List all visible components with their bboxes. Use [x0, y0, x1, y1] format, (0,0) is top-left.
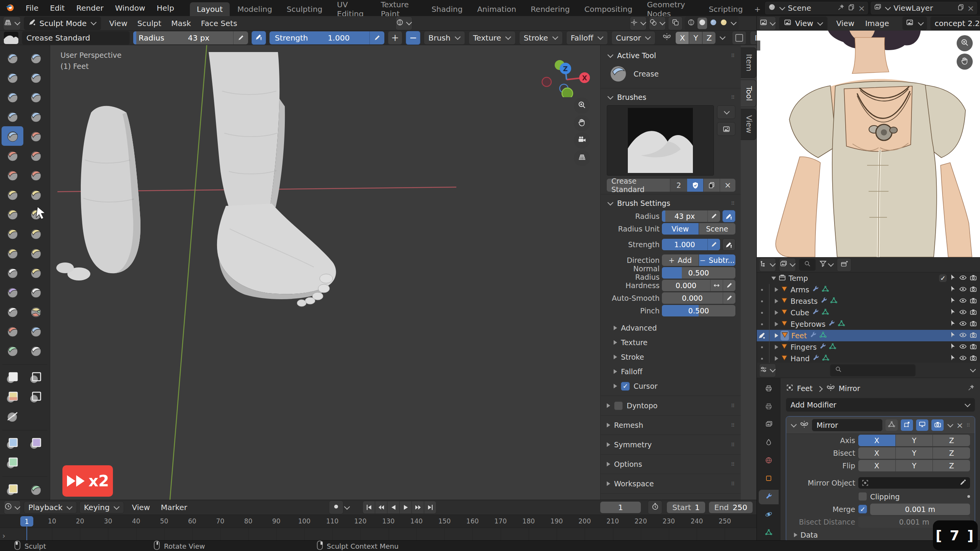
- radius-slider[interactable]: Radius 43 px: [133, 31, 248, 44]
- brush-nudge[interactable]: [2, 243, 23, 263]
- timeline-menu-view[interactable]: View: [126, 500, 155, 515]
- auto-smooth-slider[interactable]: 0.000: [662, 292, 735, 304]
- image-pan-button[interactable]: [957, 54, 973, 70]
- active-tool-section[interactable]: Active Tool⠿: [607, 49, 735, 62]
- merge-checkbox[interactable]: ✓: [858, 505, 867, 514]
- dyntopo-checkbox[interactable]: [614, 401, 623, 410]
- brush-settings-section[interactable]: Brush Settings⠿: [607, 197, 735, 210]
- brush-paint[interactable]: [2, 341, 23, 360]
- prev-keyframe-button[interactable]: [375, 501, 387, 514]
- properties-render-tab[interactable]: [759, 382, 779, 396]
- selectable-icon[interactable]: [949, 342, 957, 352]
- subpanel-texture[interactable]: Texture: [607, 335, 735, 350]
- subpanel-advanced[interactable]: Advanced: [607, 321, 735, 335]
- axis-z-toggle[interactable]: Z: [933, 435, 970, 446]
- camera-icon[interactable]: [969, 285, 977, 295]
- brush-draw-sharp[interactable]: [25, 48, 47, 68]
- pin-icon[interactable]: [837, 3, 845, 13]
- brush-users-count[interactable]: 2: [670, 179, 687, 192]
- topbar-menu-edit[interactable]: Edit: [44, 0, 70, 16]
- normal-radius-slider[interactable]: 0.500: [662, 267, 735, 279]
- sidebar-tab-tool[interactable]: Tool: [741, 80, 756, 108]
- panel-grip[interactable]: ⠿: [966, 424, 971, 427]
- eye-icon[interactable]: [959, 320, 967, 329]
- active-tool-row[interactable]: Crease: [607, 62, 735, 86]
- texture-popover[interactable]: Texture: [469, 31, 516, 45]
- bisect-y-toggle[interactable]: Y: [896, 447, 933, 459]
- workspace-tab-geometry-nodes[interactable]: Geometry Nodes: [640, 2, 701, 16]
- axis-y-toggle[interactable]: Y: [896, 435, 933, 446]
- jump-to-end-button[interactable]: [424, 501, 436, 514]
- viewport-menu-view[interactable]: View: [104, 15, 132, 31]
- brush-name-field[interactable]: Crease Standard: [22, 31, 130, 45]
- cage-toggle[interactable]: [901, 419, 913, 431]
- brush-datablock-name[interactable]: Crease Standard: [607, 179, 670, 192]
- bisect-x-toggle[interactable]: X: [858, 447, 895, 459]
- falloff-popover[interactable]: Falloff: [566, 31, 608, 45]
- bisect-z-toggle[interactable]: Z: [933, 447, 970, 459]
- properties-output-tab[interactable]: [759, 400, 779, 414]
- mirror-object-field[interactable]: [858, 477, 970, 489]
- workspace-tab-layout[interactable]: Layout: [190, 2, 230, 16]
- selectable-icon[interactable]: [949, 308, 957, 317]
- copy-icon[interactable]: [848, 3, 855, 13]
- radius-pressure-toggle[interactable]: [252, 31, 266, 45]
- pen-icon[interactable]: [723, 280, 735, 291]
- eyedropper-icon[interactable]: [959, 478, 967, 487]
- viewport-menu-sculpt[interactable]: Sculpt: [132, 15, 166, 31]
- brush-mask[interactable]: [2, 302, 23, 321]
- brush-thumbnail[interactable]: [4, 32, 18, 44]
- outliner-search-input[interactable]: [799, 259, 816, 271]
- brush-cloth-filter[interactable]: [25, 434, 47, 453]
- brush-smear[interactable]: [25, 341, 47, 360]
- eye-icon[interactable]: [959, 342, 967, 352]
- flip-y-toggle[interactable]: Y: [896, 460, 933, 471]
- outliner-object-cube[interactable]: Cube: [757, 307, 980, 318]
- image-datablock-icon-button[interactable]: [902, 16, 927, 30]
- brush-thumb[interactable]: [2, 224, 23, 243]
- topbar-menu-render[interactable]: Render: [70, 0, 109, 16]
- auto-keying-button[interactable]: [329, 500, 343, 514]
- brushes-section[interactable]: Brushes⠿: [607, 91, 735, 104]
- symmetry-z-toggle[interactable]: Z: [702, 32, 715, 44]
- brush-multiplane-scrape[interactable]: [2, 165, 23, 185]
- subpanel-cursor[interactable]: ✓Cursor: [607, 379, 735, 393]
- brush-slide-relax[interactable]: [2, 263, 23, 282]
- pen-icon[interactable]: [707, 210, 720, 222]
- merge-value-field[interactable]: 0.001 m: [870, 504, 970, 515]
- topbar-menu-help[interactable]: Help: [151, 0, 180, 16]
- next-keyframe-button[interactable]: [412, 501, 424, 514]
- ortho-grid-button[interactable]: [574, 150, 590, 166]
- material-shading-icon[interactable]: [709, 18, 717, 28]
- rendered-shading-icon[interactable]: [720, 18, 728, 28]
- exclude-checkbox[interactable]: ✓: [939, 274, 947, 282]
- brush-blob[interactable]: [25, 107, 47, 126]
- outliner-object-hand[interactable]: Hand: [757, 353, 980, 363]
- timeline-menu-keying[interactable]: Keying: [79, 501, 124, 514]
- timeline-editor-type-button[interactable]: [4, 500, 21, 514]
- workspace-tab-uv-editing[interactable]: UV Editing: [330, 2, 373, 16]
- new-collection-button[interactable]: [837, 258, 851, 272]
- panel-workspace[interactable]: Workspace⠿: [607, 476, 735, 491]
- image-mode-selector[interactable]: View: [779, 16, 828, 30]
- workspace-tab-rendering[interactable]: Rendering: [524, 2, 577, 16]
- pen-icon[interactable]: [723, 292, 735, 304]
- properties-search-input[interactable]: [830, 364, 916, 377]
- subpanel-falloff[interactable]: Falloff: [607, 364, 735, 379]
- animate-dot[interactable]: [967, 495, 970, 498]
- close-icon[interactable]: ×: [967, 3, 974, 13]
- camera-icon[interactable]: [969, 274, 977, 283]
- timeline-ruler[interactable]: 1020304050607080901001101201301401501601…: [0, 515, 756, 528]
- radius-unit-option-scene[interactable]: Scene: [699, 223, 736, 235]
- sidebar-tab-item[interactable]: Item: [741, 47, 756, 78]
- add-direction-button[interactable]: +: [388, 31, 402, 45]
- subtract-direction-button[interactable]: −: [406, 31, 420, 45]
- image-menu-view[interactable]: View: [831, 15, 859, 31]
- selectable-icon[interactable]: [949, 297, 957, 306]
- direction-option-subtr[interactable]: −Subtr...: [699, 254, 736, 266]
- camera-icon[interactable]: [969, 320, 977, 329]
- symmetry-y-toggle[interactable]: Y: [689, 32, 702, 44]
- panel-dyntopo[interactable]: Dyntopo⠿: [607, 398, 735, 413]
- pen-icon[interactable]: [369, 31, 384, 44]
- properties-editor-type-button[interactable]: [759, 364, 776, 377]
